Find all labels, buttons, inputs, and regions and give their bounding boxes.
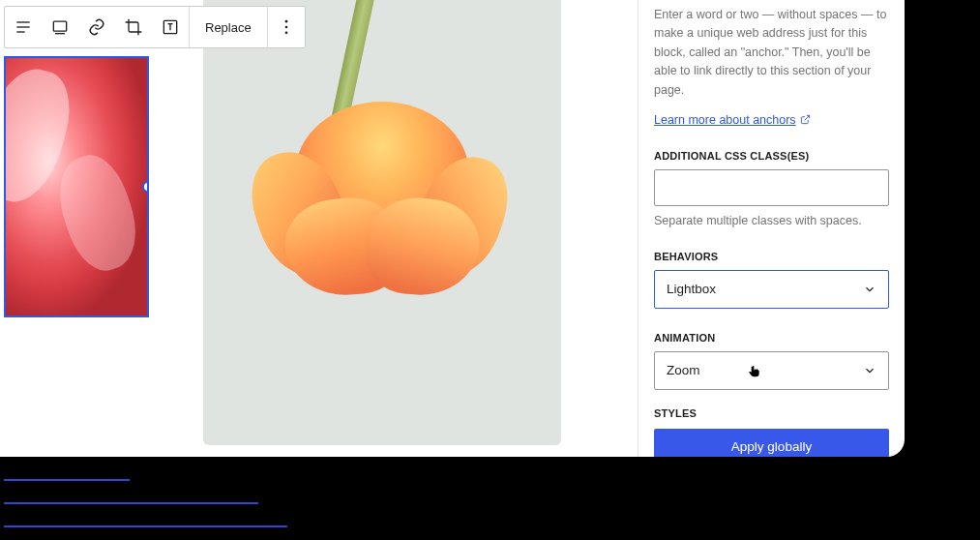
editor-canvas[interactable]: Replace <box>0 0 638 457</box>
svg-point-8 <box>284 32 287 35</box>
learn-anchors-link[interactable]: Learn more about anchors <box>654 113 811 127</box>
replace-button[interactable]: Replace <box>189 7 268 47</box>
chevron-down-icon <box>863 364 876 377</box>
editor-window: Replace Enter a word <box>0 0 905 457</box>
svg-line-9 <box>804 116 809 121</box>
behaviors-select[interactable]: Lightbox <box>654 270 889 309</box>
svg-point-7 <box>284 26 287 29</box>
replace-label: Replace <box>205 20 252 35</box>
pink-flower-image <box>6 58 147 315</box>
apply-globally-button[interactable]: Apply globally <box>654 429 889 457</box>
footer-decoration <box>4 479 287 540</box>
tulip-image <box>203 0 561 445</box>
caption-icon <box>50 17 70 37</box>
animation-value: Zoom <box>667 363 700 377</box>
css-classes-input[interactable] <box>654 169 889 206</box>
chevron-down-icon <box>863 283 876 296</box>
crop-button[interactable] <box>115 7 152 47</box>
styles-label: STYLES <box>654 407 889 419</box>
apply-globally-label: Apply globally <box>731 439 812 454</box>
animation-label: ANIMATION <box>654 332 889 344</box>
more-options-button[interactable] <box>268 7 305 47</box>
resize-handle-right[interactable] <box>142 181 149 193</box>
anchor-help-text: Enter a word or two — without spaces — t… <box>654 6 889 100</box>
caption-button[interactable] <box>42 7 78 47</box>
more-vertical-icon <box>277 17 296 37</box>
css-classes-help: Separate multiple classes with spaces. <box>654 214 889 227</box>
text-overlay-icon <box>161 17 180 37</box>
selected-image-block[interactable] <box>4 56 149 317</box>
link-button[interactable] <box>78 7 115 47</box>
block-toolbar: Replace <box>4 6 306 48</box>
css-classes-label: ADDITIONAL CSS CLASS(ES) <box>654 150 889 162</box>
settings-sidebar: Enter a word or two — without spaces — t… <box>638 0 905 457</box>
align-button[interactable] <box>5 7 42 47</box>
cursor-pointer-icon <box>747 363 762 380</box>
svg-point-6 <box>284 20 287 23</box>
text-overlay-button[interactable] <box>152 7 189 47</box>
background-image-block[interactable] <box>203 0 561 445</box>
external-link-icon <box>800 114 811 125</box>
link-icon <box>87 17 106 37</box>
svg-rect-3 <box>53 21 66 31</box>
learn-anchors-label: Learn more about anchors <box>654 113 796 127</box>
behaviors-value: Lightbox <box>667 282 716 296</box>
behaviors-label: BEHAVIORS <box>654 251 889 262</box>
align-icon <box>14 17 33 37</box>
animation-select[interactable]: Zoom <box>654 351 889 390</box>
crop-icon <box>124 17 143 37</box>
